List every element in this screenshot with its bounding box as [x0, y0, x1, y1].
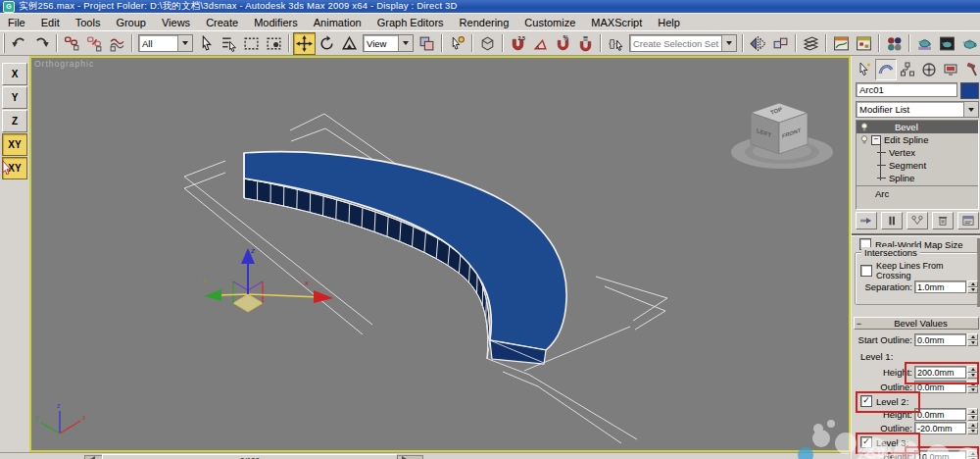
select-and-scale-icon[interactable] — [338, 32, 361, 55]
tab-create[interactable] — [854, 59, 875, 80]
dropdown-arrow-icon[interactable] — [177, 35, 192, 51]
edit-named-selection-sets-icon[interactable]: {} — [605, 32, 627, 55]
spinner-down-icon[interactable] — [967, 387, 978, 394]
undo-icon[interactable] — [8, 32, 30, 55]
stack-item-bevel[interactable]: Bevel — [857, 121, 978, 133]
collapse-icon[interactable]: − — [855, 319, 863, 329]
tab-utilities[interactable] — [961, 59, 980, 80]
select-by-name-icon[interactable] — [218, 32, 240, 55]
separation-field[interactable]: 1.0mm — [914, 280, 966, 293]
level2-height-spinner[interactable] — [967, 408, 978, 421]
level2-checkbox[interactable]: ✓ — [860, 395, 872, 407]
keep-lines-checkbox[interactable] — [860, 265, 872, 277]
menu-item-help[interactable]: Help — [650, 17, 688, 28]
light-bulb-icon[interactable] — [859, 123, 869, 132]
level3-height-field[interactable]: 10.0mm — [914, 450, 966, 459]
menu-item-tools[interactable]: Tools — [68, 17, 109, 28]
level1-height-field[interactable]: 200.0mm — [914, 366, 966, 379]
layer-manager-icon[interactable] — [800, 32, 822, 55]
tab-hierarchy[interactable] — [897, 59, 918, 80]
render-setup-icon[interactable] — [913, 32, 936, 55]
make-unique-icon[interactable] — [906, 212, 928, 230]
keyboard-shortcut-override-icon[interactable] — [476, 32, 499, 55]
selection-filter-dropdown[interactable]: All — [138, 34, 193, 52]
named-selection-set-combo[interactable]: Create Selection Set — [629, 34, 737, 52]
spinner-down-icon[interactable] — [967, 340, 978, 347]
tab-motion[interactable] — [918, 59, 940, 80]
spinner-snap-icon[interactable] — [574, 32, 597, 55]
spinner-down-icon[interactable] — [967, 287, 978, 294]
menu-item-modifiers[interactable]: Modifiers — [246, 17, 306, 28]
angle-snap-icon[interactable] — [529, 32, 552, 55]
bevel-arc-object[interactable] — [244, 152, 566, 364]
quick-render-icon[interactable] — [958, 32, 980, 55]
reference-coordinate-system-dropdown[interactable]: View — [363, 34, 414, 52]
start-outline-spinner[interactable] — [967, 333, 978, 346]
rendered-frame-window-icon[interactable] — [936, 32, 958, 55]
bind-to-space-warp-icon[interactable] — [106, 32, 128, 55]
modifier-list-dropdown[interactable]: Modifier List — [856, 101, 979, 118]
menu-item-group[interactable]: Group — [108, 17, 154, 28]
level1-outline-spinner[interactable] — [967, 381, 978, 393]
stack-subitem-vertex[interactable]: Vertex — [857, 146, 978, 159]
stack-item-edit-spline[interactable]: − Edit Spline — [857, 133, 978, 146]
remove-modifier-icon[interactable] — [932, 212, 954, 230]
select-object-icon[interactable] — [195, 32, 218, 55]
viewport-label[interactable]: Orthographic — [34, 59, 94, 69]
window-crossing-icon[interactable] — [263, 32, 285, 55]
tab-modify[interactable] — [875, 59, 897, 80]
menu-item-customize[interactable]: Customize — [516, 17, 583, 28]
level1-outline-field[interactable]: 0.0mm — [914, 381, 966, 393]
mirror-icon[interactable] — [747, 32, 769, 55]
viewcube[interactable]: TOP LEFT FRONT — [731, 103, 833, 169]
snaps-toggle-icon[interactable]: 2.5 — [507, 32, 529, 55]
level3-checkbox[interactable]: ✓ — [860, 436, 872, 448]
select-and-rotate-icon[interactable] — [316, 32, 338, 55]
object-name-field[interactable]: Arc01 — [856, 82, 957, 97]
menu-item-views[interactable]: Views — [154, 17, 198, 28]
dropdown-arrow-icon[interactable] — [398, 35, 413, 51]
separation-spinner[interactable] — [967, 280, 978, 293]
bevel-values-rollout-header[interactable]: − Bevel Values — [854, 317, 979, 330]
restrict-x-button[interactable]: X — [2, 63, 27, 85]
stack-subitem-segment[interactable]: Segment — [857, 159, 978, 172]
dropdown-arrow-icon[interactable] — [721, 35, 736, 51]
rectangular-selection-region-icon[interactable] — [240, 32, 263, 55]
use-pivot-point-center-icon[interactable] — [416, 32, 438, 55]
show-end-result-icon[interactable] — [881, 212, 903, 230]
stack-item-arc[interactable]: Arc — [857, 187, 978, 200]
material-editor-icon[interactable] — [883, 32, 906, 55]
spinner-down-icon[interactable] — [967, 373, 978, 380]
stack-subitem-spline[interactable]: Spline — [857, 172, 978, 184]
menu-item-animation[interactable]: Animation — [306, 17, 369, 28]
light-bulb-icon[interactable] — [859, 135, 869, 145]
menu-item-graph-editors[interactable]: Graph Editors — [369, 17, 452, 28]
restrict-xy-plane-flyout-button[interactable]: XY — [2, 157, 27, 179]
select-and-link-icon[interactable] — [61, 32, 83, 55]
restrict-xy-plane-button[interactable]: XY — [2, 133, 27, 156]
menu-item-rendering[interactable]: Rendering — [452, 17, 517, 28]
align-icon[interactable] — [769, 32, 792, 55]
spinner-down-icon[interactable] — [967, 429, 978, 435]
unlink-selection-icon[interactable] — [83, 32, 106, 55]
object-color-swatch[interactable] — [960, 82, 979, 99]
time-slider-thumb[interactable]: 0/100 — [102, 454, 398, 459]
select-and-move-icon[interactable] — [293, 32, 316, 55]
menu-item-create[interactable]: Create — [198, 17, 246, 28]
percent-snap-icon[interactable]: % — [552, 32, 574, 55]
restrict-z-button[interactable]: Z — [2, 110, 27, 132]
toolbar-grip[interactable] — [3, 33, 5, 53]
level2-height-field[interactable]: 0.0mm — [914, 408, 966, 421]
level2-outline-field[interactable]: -20.0mm — [914, 422, 966, 434]
tab-display[interactable] — [940, 59, 961, 80]
level1-height-spinner[interactable] — [967, 366, 978, 379]
menu-item-file[interactable]: File — [0, 17, 33, 28]
start-outline-field[interactable]: 0.0mm — [914, 333, 966, 346]
level2-outline-spinner[interactable] — [967, 422, 978, 434]
select-and-manipulate-icon[interactable] — [446, 32, 468, 55]
time-slider[interactable]: 0/100 — [0, 452, 851, 459]
menu-item-edit[interactable]: Edit — [33, 17, 68, 28]
schematic-view-icon[interactable] — [853, 32, 875, 55]
curve-editor-icon[interactable] — [830, 32, 853, 55]
pin-stack-icon[interactable] — [856, 212, 877, 230]
